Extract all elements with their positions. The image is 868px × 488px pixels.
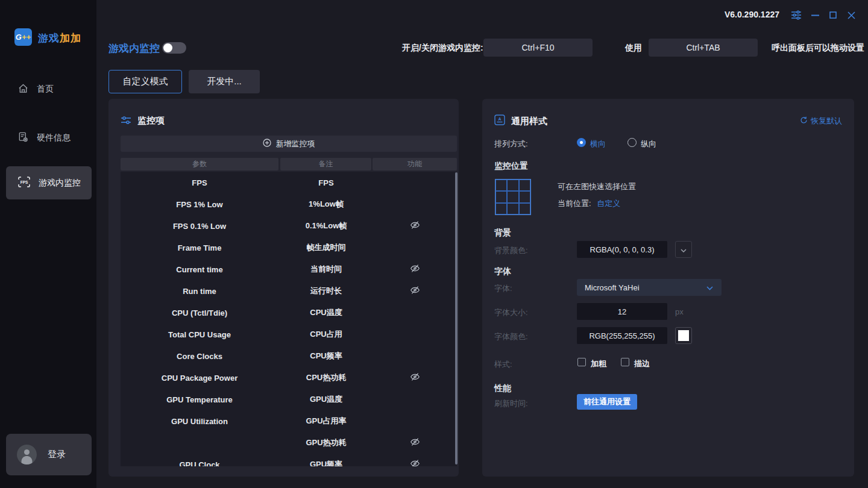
table-row[interactable]: Run time 运行时长 [121,280,457,302]
font-family-select[interactable]: Microsoft YaHei [577,279,722,296]
minimize-button[interactable] [809,9,821,21]
position-grid[interactable] [495,179,531,215]
table-row[interactable]: Total CPU Usage CPU占用 [121,324,457,345]
style-options-label: 样式: [494,359,512,370]
sidebar-item-home[interactable]: 首页 [6,74,92,105]
position-grid-cell[interactable] [495,191,507,202]
row-note: 运行时长 [280,286,373,296]
table-row[interactable]: Frame Time 帧生成时间 [121,237,457,258]
close-button[interactable] [845,9,857,21]
row-param: GPU Temperature [121,395,278,404]
position-grid-cell[interactable] [519,203,530,214]
row-note: FPS [280,178,373,187]
row-param: GPU Utilization [121,417,278,426]
style-panel-icon: A [494,114,505,128]
eye-off-icon[interactable] [410,459,420,466]
svg-text:FPS: FPS [20,180,28,184]
table-row[interactable]: FPS 1% Low 1%Low帧 [121,193,457,215]
stroke-checkbox[interactable] [621,358,629,366]
radio-vertical-label[interactable]: 纵向 [641,139,656,149]
fps-monitor-icon: FPS [18,177,30,189]
position-grid-cell[interactable] [495,203,507,214]
table-row[interactable]: GPU Temperature GPU温度 [121,389,457,410]
font-family-value: Microsoft YaHei [585,283,640,292]
font-size-input[interactable]: 12 [577,303,667,320]
bold-checkbox[interactable] [577,358,586,366]
add-monitor-item-button[interactable]: 新增监控项 [121,136,457,152]
font-size-label: 字体大小: [494,307,528,318]
position-grid-cell[interactable] [507,203,518,214]
position-grid-cell[interactable] [519,180,530,191]
drag-hint-text: 呼出面板后可以拖动设置 [772,43,864,54]
settings-sliders-icon[interactable] [790,9,802,21]
position-grid-cell[interactable] [507,191,518,202]
bg-color-label: 背景颜色: [494,245,528,256]
column-header-func[interactable]: 功能 [373,158,457,170]
radio-horizontal-label[interactable]: 横向 [590,139,606,149]
position-section-label: 监控位置 [494,161,528,172]
row-note: GPU热功耗 [280,437,373,448]
table-row[interactable]: CPU Package Power CPU热功耗 [121,367,457,389]
current-position-label: 当前位置: [558,199,591,208]
table-scrollbar[interactable] [455,172,458,465]
current-position-value[interactable]: 自定义 [597,199,620,208]
eye-off-icon[interactable] [410,264,420,275]
position-grid-cell[interactable] [519,191,530,202]
hotkey-use-label: 使用 [625,43,642,54]
table-row[interactable]: Core Clocks CPU频率 [121,345,457,367]
performance-section-label: 性能 [494,383,511,394]
table-row[interactable]: GPU Utilization GPU占用率 [121,410,457,432]
avatar [17,445,37,465]
row-note: CPU占用 [280,329,373,340]
row-param: GPU Clock [121,460,278,467]
column-header-note[interactable]: 备注 [280,158,371,170]
bg-color-input[interactable]: RGBA(0, 0, 0, 0.3) [577,241,667,258]
table-row[interactable]: FPS FPS [121,172,457,193]
svg-text:A: A [498,117,501,121]
bg-color-dropdown-button[interactable] [675,241,692,258]
font-section-label: 字体 [494,266,511,277]
app-window: G++ 游戏加加 首页 硬件信息 [0,0,868,488]
table-row[interactable]: FPS 0.1% Low 0.1%Low帧 [121,215,457,237]
position-grid-cell[interactable] [495,180,507,191]
font-color-swatch[interactable] [675,327,692,344]
table-row[interactable]: GPU热功耗 [121,432,457,454]
tab-developing[interactable]: 开发中... [189,70,260,93]
bold-checkbox-label[interactable]: 加粗 [591,358,606,369]
sliders-icon [121,116,131,127]
sidebar-item-ingame-monitor[interactable]: FPS 游戏内监控 [6,166,92,199]
tab-custom-mode[interactable]: 自定义模式 [108,70,182,93]
eye-off-icon[interactable] [410,372,420,383]
hotkey-toggle-button[interactable]: Ctrl+F10 [483,39,593,57]
restore-default-link[interactable]: 恢复默认 [772,116,842,127]
maximize-button[interactable] [827,9,839,21]
eye-off-icon[interactable] [410,437,420,448]
hotkey-use-button[interactable]: Ctrl+TAB [649,39,758,57]
eye-off-icon[interactable] [410,221,420,231]
row-param: Current time [121,265,278,274]
plus-circle-icon [263,139,271,149]
radio-vertical[interactable] [627,138,637,147]
arrange-label: 排列方式: [494,139,528,149]
row-note: GPU占用率 [280,416,373,427]
sidebar-item-hardware[interactable]: 硬件信息 [6,122,92,154]
monitor-panel-title: 监控项 [137,115,165,127]
restore-default-label: 恢复默认 [811,116,842,127]
table-row[interactable]: GPU Clock GPU频率 [121,454,457,466]
font-family-label: 字体: [494,283,512,294]
position-hint: 可在左图快速选择位置 [558,181,636,192]
ingame-monitor-toggle[interactable] [162,42,186,54]
eye-off-icon[interactable] [410,286,420,296]
row-param: FPS 1% Low [121,200,278,209]
stroke-checkbox-label[interactable]: 描边 [634,358,650,369]
table-row[interactable]: CPU (Tctl/Tdie) CPU温度 [121,302,457,324]
login-button[interactable]: 登录 [6,434,92,475]
table-row[interactable]: Current time 当前时间 [121,258,457,280]
radio-horizontal[interactable] [577,138,586,147]
go-to-general-settings-button[interactable]: 前往通用设置 [577,394,637,410]
position-grid-cell[interactable] [507,180,518,191]
font-color-input[interactable]: RGB(255,255,255) [577,327,667,344]
column-header-param[interactable]: 参数 [121,158,278,170]
page-title: 游戏内监控 [108,42,160,55]
row-note: 当前时间 [280,264,373,275]
